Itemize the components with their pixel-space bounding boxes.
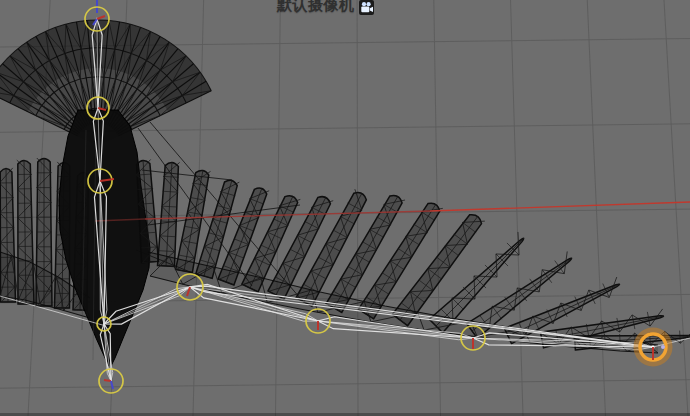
viewport-hud: 默认摄像机 xyxy=(277,0,375,15)
camera-label[interactable]: 默认摄像机 xyxy=(277,0,355,15)
scene-canvas[interactable] xyxy=(0,0,690,416)
movie-camera-icon[interactable] xyxy=(359,0,375,15)
viewport-3d[interactable]: 默认摄像机 xyxy=(0,0,690,416)
